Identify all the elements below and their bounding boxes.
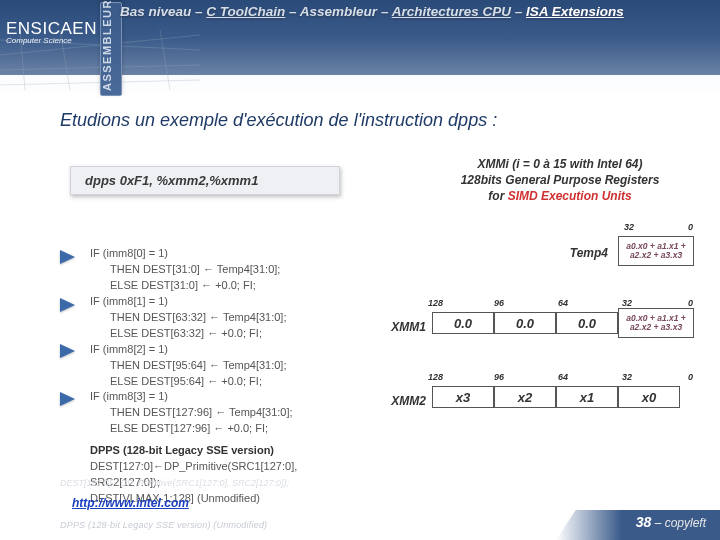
reg-cell-xmm1-0: a0.x0 + a1.x1 + a2.x2 + a3.x3 xyxy=(618,308,694,338)
code-line: THEN DEST[63:32] ← Temp4[31:0]; xyxy=(110,310,320,326)
desc-line: 128bits General Purpose Registers xyxy=(430,172,690,188)
code-line: ELSE DEST[63:32] ← +0.0; FI; xyxy=(110,326,320,342)
code-line: ELSE DEST[95:64] ← +0.0; FI; xyxy=(110,374,320,390)
crumb-item: Assembleur xyxy=(300,4,377,19)
section-tab: ASSEMBLEUR xyxy=(100,2,122,96)
copyleft-note: – copyleft xyxy=(651,516,706,530)
register-description: XMMi (i = 0 à 15 with Intel 64) 128bits … xyxy=(430,156,690,205)
bullet-arrow-icon xyxy=(60,298,75,312)
reg-label-temp4: Temp4 xyxy=(548,246,608,260)
bit-label: 128 xyxy=(428,298,443,308)
code-line: ELSE DEST[31:0] ← +0.0; FI; xyxy=(110,278,320,294)
code-line: ELSE DEST[127:96] ← +0.0; FI; xyxy=(110,421,320,437)
code-line: DPPS (128-bit Legacy SSE version) xyxy=(90,444,274,456)
bit-label: 128 xyxy=(428,372,443,382)
reg-cell-xmm2-3: x3 xyxy=(432,386,494,408)
code-line: THEN DEST[31:0] ← Temp4[31:0]; xyxy=(110,262,320,278)
bit-label: 96 xyxy=(494,372,504,382)
logo-subtitle: Computer Science xyxy=(6,37,97,45)
bit-label: 32 xyxy=(622,372,632,382)
ghost-text: DEST[127:0]←DP_Primitive(SRC1[127:0], SR… xyxy=(60,478,680,488)
page-number: 38 xyxy=(636,514,652,530)
logo: ENSICAEN Computer Science xyxy=(6,20,97,45)
desc-line: XMMi (i = 0 à 15 with Intel 64) xyxy=(430,156,690,172)
code-line: IF (imm8[2] = 1) xyxy=(90,342,320,358)
code-line: THEN DEST[127:96] ← Temp4[31:0]; xyxy=(110,405,320,421)
code-line: THEN DEST[95:64] ← Temp4[31:0]; xyxy=(110,358,320,374)
reg-cell-xmm2-1: x1 xyxy=(556,386,618,408)
crumb-item: C ToolChain xyxy=(206,4,285,19)
reg-cell-xmm1-1: 0.0 xyxy=(556,312,618,334)
reg-cell-xmm2-0: x0 xyxy=(618,386,680,408)
bit-label: 64 xyxy=(558,372,568,382)
page-title: Etudions un exemple d'exécution de l'ins… xyxy=(60,110,497,131)
bullet-arrow-icon xyxy=(60,344,75,358)
instruction-code: dpps 0xF1, %xmm2,%xmm1 xyxy=(70,166,340,195)
intel-link[interactable]: http://www.intel.com xyxy=(72,496,189,510)
reg-label-xmm2: XMM2 xyxy=(366,394,426,408)
bullet-arrow-icon xyxy=(60,250,75,264)
crumb-item: Bas niveau xyxy=(120,4,191,19)
bit-label: 0 xyxy=(688,372,693,382)
bullet-arrow-icon xyxy=(60,392,75,406)
crumb-item-active: ISA Extensions xyxy=(526,4,624,19)
pseudocode-block: IF (imm8[0] = 1) THEN DEST[31:0] ← Temp4… xyxy=(90,246,320,507)
reg-cell-xmm2-2: x2 xyxy=(494,386,556,408)
logo-name: ENSICAEN xyxy=(6,20,97,37)
footer: 38 – copyleft xyxy=(556,510,720,540)
crumb-item: Architectures CPU xyxy=(392,4,511,19)
code-line: IF (imm8[0] = 1) xyxy=(90,246,320,262)
reg-cell-temp4: a0.x0 + a1.x1 + a2.x2 + a3.x3 xyxy=(618,236,694,266)
reg-cell-xmm1-2: 0.0 xyxy=(494,312,556,334)
reg-label-xmm1: XMM1 xyxy=(366,320,426,334)
bit-label: 64 xyxy=(558,298,568,308)
bit-label: 96 xyxy=(494,298,504,308)
bit-label: 0 xyxy=(688,222,693,232)
code-line: IF (imm8[3] = 1) xyxy=(90,389,320,405)
bit-label: 0 xyxy=(688,298,693,308)
reg-cell-xmm1-3: 0.0 xyxy=(432,312,494,334)
code-line: IF (imm8[1] = 1) xyxy=(90,294,320,310)
bit-label: 32 xyxy=(622,298,632,308)
bit-label: 32 xyxy=(624,222,634,232)
desc-line: for SIMD Execution Units xyxy=(430,188,690,204)
breadcrumb: Bas niveau – C ToolChain – Assembleur – … xyxy=(120,4,710,19)
